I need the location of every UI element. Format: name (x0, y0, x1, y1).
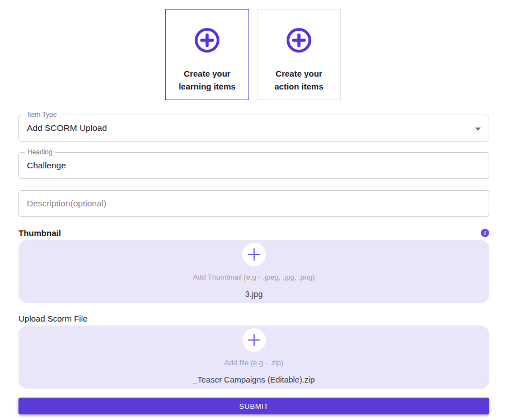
heading-input[interactable] (27, 161, 481, 171)
info-icon[interactable]: i (481, 229, 489, 237)
submit-button[interactable]: SUBMIT (18, 398, 489, 414)
plus-icon (247, 248, 261, 261)
heading-label: Heading (25, 148, 55, 156)
card-create-action-items[interactable]: Create your action items (257, 9, 341, 100)
description-field-wrap (18, 190, 489, 217)
thumbnail-add-button[interactable] (242, 243, 266, 266)
scorm-upload-dropzone[interactable]: Add file (e.g - .zip) _Teaser Campaigns … (18, 325, 489, 389)
heading-field-wrap: Heading (18, 152, 489, 179)
create-item-page: Create your learning items Create your a… (0, 0, 506, 420)
add-circle-outline-icon (194, 27, 221, 54)
card-label-learning-items: Create your learning items (179, 67, 236, 93)
add-circle-outline-icon (285, 27, 312, 54)
item-type-label: Item Type (25, 111, 59, 119)
scorm-add-button[interactable] (242, 328, 266, 352)
thumbnail-filename: 3.jpg (245, 290, 263, 299)
thumbnail-section-header: Thumbnail i (18, 228, 489, 238)
scorm-filename: _Teaser Campaigns (Editable).zip (193, 376, 315, 384)
plus-icon (247, 333, 261, 347)
description-input[interactable] (27, 199, 481, 209)
thumbnail-upload-dropzone[interactable]: Add Thumbnail (e.g - .jpeg, .jpg, .png) … (18, 240, 489, 303)
scorm-upload-hint: Add file (e.g - .zip) (224, 358, 284, 367)
scorm-section-header: Upload Scorm File (18, 314, 489, 323)
caret-down-icon (475, 128, 481, 131)
item-category-cards: Create your learning items Create your a… (0, 0, 506, 100)
card-create-learning-items[interactable]: Create your learning items (165, 9, 249, 100)
thumbnail-label: Thumbnail (18, 228, 61, 238)
item-type-select[interactable]: Item Type Add SCORM Upload (18, 115, 489, 141)
item-type-value: Add SCORM Upload (27, 123, 107, 133)
thumbnail-upload-hint: Add Thumbnail (e.g - .jpeg, .jpg, .png) (193, 273, 315, 281)
scorm-label: Upload Scorm File (18, 314, 87, 323)
card-label-action-items: Create your action items (274, 67, 324, 93)
